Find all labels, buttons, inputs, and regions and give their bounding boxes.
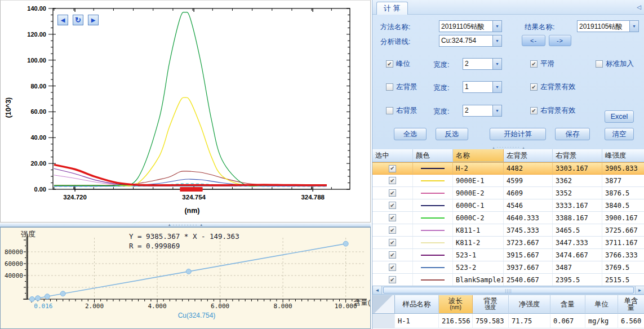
pan-right-button[interactable]: ▶ (88, 15, 99, 25)
series-color-swatch (421, 205, 445, 206)
left-bg-valid-checkbox[interactable]: 左背景有效 (530, 82, 576, 92)
scroll-right-icon[interactable] (635, 286, 644, 294)
peak-checkbox[interactable]: 峰位 (386, 59, 410, 69)
peak-width-dropdown[interactable]: 2 (463, 58, 502, 70)
svg-text:80.00: 80.00 (30, 83, 46, 90)
result-table: 样品名称波长(nm)背景强度净强度含量单位单含量 H-1216.556759.5… (372, 295, 644, 329)
right-bg-width-dropdown[interactable]: 2 (463, 105, 502, 117)
spectra-row-K811-1[interactable]: K811-13745.3333465.53725.667 (372, 224, 644, 237)
select-all-button[interactable]: 全选 (394, 128, 427, 140)
spectra-row-6000C-2[interactable]: 6000C-24640.3333388.1673900.167 (372, 212, 644, 224)
row-checkbox[interactable] (389, 276, 396, 283)
row-checkbox[interactable] (389, 214, 396, 221)
excel-button[interactable]: Excel (605, 110, 634, 123)
spectra-row-9000E-2[interactable]: 9000E-2460933523876.5 (372, 187, 644, 199)
table-splitter[interactable]: ▴·········▴ (372, 145, 644, 149)
cell-left-bg: 4482 (504, 163, 553, 174)
svg-text:2.000: 2.000 (85, 303, 104, 310)
chevron-down-icon[interactable] (492, 35, 501, 46)
result-header-2[interactable]: 背景强度 (473, 295, 509, 314)
row-checkbox[interactable] (389, 165, 396, 172)
chart-nav-buttons: ◀↻▶ (57, 15, 99, 25)
spectral-chart-canvas: 0.0020.0040.0060.0080.00100.00120.00140.… (1, 1, 370, 222)
left-bg-width-dropdown[interactable]: 1 (463, 81, 502, 93)
result-header-4[interactable]: 含量 (550, 295, 585, 314)
collapse-panel-icon[interactable]: ◁ (637, 4, 641, 10)
column-header-2[interactable]: 名称 (453, 149, 504, 162)
chevron-down-icon[interactable] (492, 82, 501, 92)
cell-right-bg: 3388.167 (553, 212, 602, 224)
result-name-dropdown[interactable]: 20191105钴酸 (577, 20, 639, 32)
cell-left-bg: 4599 (504, 175, 553, 186)
save-button[interactable]: 保存 (555, 128, 590, 140)
spectra-row-9000E-1[interactable]: 9000E-1459933623877 (372, 175, 644, 187)
result-name-value: 20191105钴酸 (578, 21, 629, 32)
result-header-3[interactable]: 净强度 (509, 295, 550, 314)
analysis-line-dropdown[interactable]: Cu:324.754 (439, 35, 502, 47)
spectra-row-523-1[interactable]: 523-13915.6673474.6673766.333 (372, 249, 644, 261)
scrollbar-thumb[interactable]: |||| (383, 287, 634, 294)
row-checkbox[interactable] (389, 239, 396, 246)
clear-button[interactable]: 清空 (605, 128, 634, 140)
row-checkbox[interactable] (389, 189, 396, 197)
row-checkbox[interactable] (389, 226, 396, 234)
standard-addition-label: 标准加入 (606, 59, 634, 69)
table-hscrollbar[interactable]: |||| (372, 286, 644, 295)
spectra-row-H-2[interactable]: H-244823303.1673905.833 (372, 162, 644, 175)
spectra-row-BlankSample1[interactable]: BlankSample12540.6672395.52515.5 (372, 274, 644, 286)
right-background-checkbox[interactable]: 右背景 (386, 106, 418, 115)
result-header-5[interactable]: 单位 (585, 295, 618, 314)
invert-selection-button[interactable]: 反选 (436, 128, 468, 140)
svg-text:100.00: 100.00 (27, 57, 46, 64)
chevron-down-icon[interactable] (629, 21, 638, 32)
refresh-button[interactable]: ↻ (73, 15, 83, 25)
left-background-checkbox[interactable]: 左背景 (386, 82, 418, 92)
svg-text:60.00: 60.00 (30, 108, 46, 115)
spectra-row-6000C-1[interactable]: 6000C-145463333.1673840.5 (372, 199, 644, 212)
cell-peak: 3769.5 (602, 261, 644, 273)
next-line-button[interactable]: -> (549, 35, 571, 46)
corner-triangle-cell[interactable] (372, 295, 395, 314)
series-color-swatch (421, 217, 445, 219)
row-checkbox[interactable] (389, 264, 396, 271)
cell-right-bg: 3333.167 (553, 199, 602, 211)
chevron-down-icon[interactable] (492, 105, 501, 116)
start-calculation-button[interactable]: 开始计算 (490, 128, 546, 140)
row-checkbox[interactable] (389, 177, 396, 184)
method-name-dropdown[interactable]: 20191105钴酸 (439, 20, 502, 32)
column-header-0[interactable]: 选中 (372, 149, 413, 162)
result-name-label: 结果名称: (525, 23, 554, 32)
charts-splitter[interactable]: ▴·········▴ (0, 223, 371, 227)
row-checkbox[interactable] (389, 251, 396, 259)
column-header-1[interactable]: 颜色 (413, 149, 453, 162)
series-color-swatch (421, 193, 445, 194)
spectra-row-K811-2[interactable]: K811-23723.6673447.3333711.167 (372, 237, 644, 249)
cell-left-bg: 2540.667 (504, 274, 553, 286)
smooth-checkbox[interactable]: 平滑 (530, 59, 554, 69)
standard-addition-checkbox[interactable]: 标准加入 (596, 59, 634, 69)
cell-peak: 2515.5 (602, 274, 644, 286)
result-header-0[interactable]: 样品名称 (395, 295, 439, 314)
cell-peak: 3711.167 (602, 237, 644, 248)
right-bg-valid-checkbox[interactable]: 右背景有效 (530, 106, 576, 115)
row-selector-cell[interactable] (372, 314, 395, 328)
column-header-4[interactable]: 右背景 (553, 149, 602, 162)
calibration-chart[interactable]: 4000060000800002.0004.0006.0008.00010.00… (0, 227, 371, 329)
prev-line-button[interactable]: <- (522, 35, 545, 46)
chevron-down-icon[interactable] (492, 59, 501, 69)
result-header-6[interactable]: 单含量 (618, 295, 644, 314)
column-header-5[interactable]: 峰强度 (602, 149, 644, 162)
column-header-3[interactable]: 左背景 (504, 149, 553, 162)
row-checkbox[interactable] (389, 202, 396, 209)
pan-left-button[interactable]: ◀ (57, 15, 68, 25)
series-color-swatch (421, 180, 445, 181)
result-table-row[interactable]: H-1216.556759.58371.750.067mg/kg6.560 (372, 314, 644, 328)
scroll-left-icon[interactable] (373, 286, 382, 294)
tab-calc[interactable]: 计 算 (376, 2, 408, 15)
cell-peak: 3905.833 (602, 163, 644, 174)
spectra-row-523-2[interactable]: 523-23937.66734873769.5 (372, 261, 644, 274)
chevron-down-icon[interactable] (492, 21, 501, 32)
spectral-chart[interactable]: 0.0020.0040.0060.0080.00100.00120.00140.… (0, 0, 371, 223)
result-header-1[interactable]: 波长(nm) (439, 295, 473, 314)
svg-text:Y = 9385.367 * X - 149.363: Y = 9385.367 * X - 149.363 (129, 232, 239, 241)
